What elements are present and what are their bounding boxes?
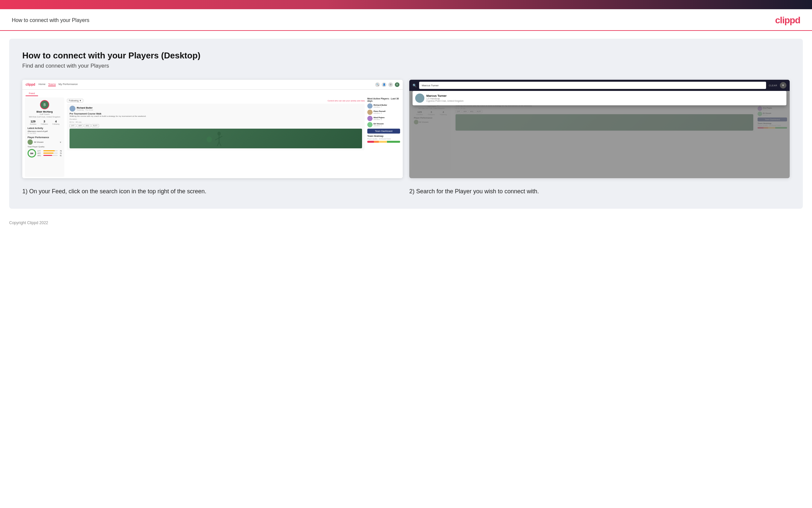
player-dropdown-1[interactable]: ▼	[59, 141, 62, 143]
logo: clippd	[775, 15, 800, 26]
close-btn[interactable]: ✕	[780, 82, 786, 89]
activity-card-1: Richard Butler Yesterday · The Grove Pre…	[67, 104, 365, 150]
following-btn-1[interactable]: Following ▼	[67, 99, 83, 102]
score-circle-1: 84	[28, 149, 36, 158]
activity-title-1: Pre Tournament Course Walk	[69, 113, 362, 115]
most-active-2: Piers Parnell Activities: 4	[367, 110, 400, 115]
activity-duration-label-1: Duration	[69, 118, 362, 120]
search-query: Marcus Turner	[422, 84, 439, 87]
app-nav-icons-1: 🔍 👤 ⚙ B	[375, 82, 399, 87]
main-heading: How to connect with your Players (Deskto…	[22, 50, 790, 61]
activity-duration-1: 02 hr : 00 min	[69, 121, 362, 123]
screenshot-2: clippd Home Teams My Performance Blair M…	[409, 80, 790, 178]
golfer-svg-1	[203, 130, 229, 148]
control-link-1[interactable]: Control who can see your activity and da…	[328, 100, 365, 102]
most-active-sub-1: Activities: 7	[374, 106, 387, 108]
app-body-1: B Blair McHarg Golf Coach Mill Ride Golf…	[22, 97, 403, 178]
heatmap-seg-1	[367, 141, 374, 143]
heatmap-seg-2	[374, 141, 379, 143]
most-active-1: Richard Butler Activities: 7	[367, 103, 400, 109]
copyright: Copyright Clippd 2022	[9, 220, 48, 225]
instruction-2: 2) Search for the Player you wish to con…	[409, 187, 790, 196]
activity-image-1	[69, 129, 362, 148]
quality-score-1: 84 OTT 79 APP 70	[28, 149, 62, 158]
player-name-1: Eli Vincent	[34, 141, 43, 143]
player-avatar-1	[28, 139, 33, 145]
latest-activity-date-1: 27 Jul 2022	[28, 132, 62, 134]
tag-arg-1: ARG	[84, 124, 91, 127]
activity-name-1: Richard Butler	[77, 107, 93, 109]
most-active-sub-2: Activities: 4	[374, 112, 385, 114]
search-result-avatar	[415, 93, 424, 103]
activity-header-1: Richard Butler Yesterday · The Grove	[69, 106, 362, 112]
header: How to connect with your Players clippd	[0, 9, 812, 31]
heatmap-bar-1	[367, 141, 400, 143]
screenshots-row: clippd Home Teams My Performance 🔍 👤 ⚙ B…	[22, 80, 790, 178]
activity-date-1: Yesterday · The Grove	[77, 109, 93, 111]
feed-tab-1[interactable]: Feed	[26, 91, 38, 96]
profile-avatar-1: B	[40, 100, 49, 109]
team-dashboard-btn-1[interactable]: Team Dashboard	[367, 129, 400, 134]
heatmap-seg-3	[379, 141, 387, 143]
person-icon-1[interactable]: 👤	[382, 82, 386, 87]
heatmap-seg-4	[387, 141, 400, 143]
settings-icon-1[interactable]: ⚙	[388, 82, 393, 87]
main-subheading: Find and connect with your Players	[22, 63, 790, 69]
most-active-sub-4: Activities: 1	[374, 125, 384, 127]
svg-point-0	[218, 132, 221, 135]
profile-name-1: Blair McHarg	[28, 110, 62, 113]
search-result-dropdown: Marcus Turner 1.5 Handicap Cypress Point…	[413, 91, 786, 105]
search-result-name: Marcus Turner	[426, 94, 464, 97]
clear-btn[interactable]: CLEAR	[769, 84, 777, 87]
mock-app-2: clippd Home Teams My Performance Blair M…	[409, 80, 790, 178]
middle-panel-1: Following ▼ Control who can see your act…	[67, 97, 365, 177]
most-active-4: Eli Vincent Activities: 1	[367, 122, 400, 127]
score-bar-ott-1: OTT 79	[37, 150, 62, 152]
tag-putt-1: PUTT	[92, 124, 99, 127]
tag-ott-1: OTT	[69, 124, 76, 127]
team-heatmap-title-1: Team Heatmap	[367, 135, 400, 137]
profile-club-1: Mill Ride Golf Club, United Kingdom	[28, 116, 62, 118]
profile-title-1: Golf Coach	[28, 113, 62, 115]
instructions-row: 1) On your Feed, click on the search ico…	[22, 187, 790, 196]
activity-avatar-1	[69, 106, 76, 112]
search-bar-overlay: 🔍 Marcus Turner CLEAR ✕	[409, 80, 790, 91]
search-result-item[interactable]: Marcus Turner 1.5 Handicap Cypress Point…	[415, 93, 784, 103]
activity-desc-1: Walking the course with my coach to buil…	[69, 115, 362, 117]
search-input-mock[interactable]: Marcus Turner	[419, 82, 766, 89]
score-bar-arg-1: ARG 61	[37, 155, 62, 157]
search-icon-1[interactable]: 🔍	[375, 82, 380, 87]
svg-line-2	[215, 138, 219, 140]
most-active-3: Hiral Pujara Activities: 3	[367, 116, 400, 121]
score-bars-1: OTT 79 APP 70 ARG	[37, 150, 62, 157]
most-active-avatar-2	[367, 110, 373, 115]
svg-point-6	[206, 136, 212, 142]
screenshot-1: clippd Home Teams My Performance 🔍 👤 ⚙ B…	[22, 80, 403, 178]
nav-myperformance-1: My Performance	[58, 83, 78, 86]
app-logo-1: clippd	[26, 83, 35, 86]
heatmap-subtitle-1: Player Quality · 20 Round Trend	[367, 138, 400, 140]
score-bar-app-1: APP 70	[37, 152, 62, 154]
search-magnifier-icon: 🔍	[413, 84, 417, 87]
profile-stats-1: 129 Activities 3 Followers 4 Following	[28, 120, 62, 125]
most-active-avatar-3	[367, 116, 373, 121]
instruction-1: 1) On your Feed, click on the search ico…	[22, 187, 403, 196]
latest-activity-label-1: Latest Activity	[28, 127, 62, 129]
app-nav-1: clippd Home Teams My Performance 🔍 👤 ⚙ B	[22, 80, 403, 90]
svg-line-3	[219, 136, 222, 138]
nav-teams-1: Teams	[48, 83, 56, 86]
profile-stat-activities-1: 129 Activities	[30, 120, 36, 125]
footer: Copyright Clippd 2022	[0, 217, 812, 232]
app-nav-links-1: Home Teams My Performance	[38, 83, 375, 86]
left-panel-1: B Blair McHarg Golf Coach Mill Ride Golf…	[25, 97, 64, 177]
header-title: How to connect with your Players	[12, 17, 90, 23]
most-active-sub-3: Activities: 3	[374, 119, 384, 120]
total-player-quality-label-1: Total Player Quality	[28, 146, 62, 148]
most-active-title-1: Most Active Players - Last 30 days	[367, 97, 400, 102]
activity-tags-1: OTT APP ARG PUTT	[69, 124, 362, 127]
search-result-club: Cypress Point Club, United Kingdom	[426, 100, 464, 102]
profile-stat-followers-1: 3 Followers	[41, 120, 48, 125]
avatar-icon-1[interactable]: B	[395, 82, 399, 87]
svg-line-5	[219, 142, 221, 146]
main-content: How to connect with your Players (Deskto…	[9, 39, 803, 209]
